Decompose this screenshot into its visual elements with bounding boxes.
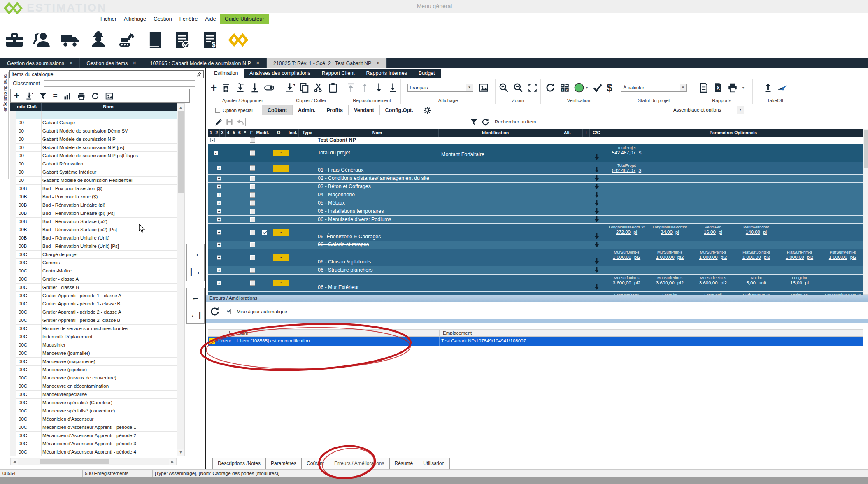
move-down-icon[interactable]	[374, 82, 384, 93]
delete-line-icon[interactable]	[235, 82, 246, 93]
row-selector[interactable]	[10, 127, 16, 135]
catalog-row[interactable]: 00BBud - Prix pour la section ($)	[10, 185, 177, 193]
truck-icon[interactable]	[56, 26, 84, 54]
param-mursurfpeint-s[interactable]: MurSurfPeint-s3 600,00 pi2	[691, 275, 735, 285]
param-totalprojet[interactable]: TotalProjet542 487,07 $	[605, 163, 648, 173]
chart-icon[interactable]	[63, 92, 72, 100]
document-tab[interactable]: 210825 T: Rév. 1 - Scé. 2 : Test Gabarit…	[267, 58, 387, 68]
param-value[interactable]: 1 000,00 pi2	[691, 255, 735, 260]
grid-col-f[interactable]: F	[248, 129, 255, 137]
machinery-icon[interactable]	[112, 26, 140, 54]
param-longmoulureportint[interactable]: LongMoulurePortInt34,00 pi	[648, 225, 691, 235]
f-checkbox[interactable]	[250, 137, 255, 143]
expand-icon[interactable]: +	[217, 268, 221, 272]
cc-arrow-icon[interactable]	[594, 154, 599, 161]
cc-arrow-icon[interactable]	[594, 233, 599, 240]
cc-arrow-icon[interactable]	[594, 242, 599, 248]
catalog-row[interactable]: 00BBud - Rénovation Surface (pi2)	[10, 218, 177, 226]
param-value[interactable]: 140,00 pi	[735, 230, 778, 235]
catalog-row[interactable]: 00Gabarit Modele de soumission N P [ps]	[10, 144, 177, 152]
catalog-row[interactable]: 00Gabarit Modele de soumission N P[ps]Ét…	[10, 152, 177, 160]
move-left-button[interactable]: ←	[191, 291, 200, 303]
row-selector[interactable]	[10, 407, 16, 415]
catalog-row[interactable]: 00Gabarit Rénovation	[10, 160, 177, 168]
menu-item-fenêtre[interactable]: Fenêtre	[176, 14, 202, 23]
option-flag[interactable]: -	[273, 229, 289, 236]
grid-row[interactable]: +04 - Maçonnerie	[208, 191, 863, 199]
close-icon[interactable]: ✕	[256, 60, 260, 66]
option-special-checkbox[interactable]	[215, 108, 220, 113]
f-checkbox[interactable]	[250, 176, 255, 181]
row-selector[interactable]	[10, 177, 16, 185]
check-icon[interactable]	[592, 82, 603, 93]
status-indicator[interactable]: ▼	[574, 82, 589, 93]
row-selector[interactable]	[10, 341, 16, 349]
brand-diamond-gold-icon[interactable]	[224, 26, 252, 54]
row-selector[interactable]	[10, 415, 16, 424]
catalog-row[interactable]: 00CMécanicien d'Ascenseur Apprenti - pér…	[10, 424, 177, 432]
document-check-icon[interactable]	[168, 26, 196, 54]
row-selector[interactable]	[10, 366, 16, 374]
grid-row[interactable]: +-06 -Ébénisterie & CadragesLongMoulureP…	[208, 224, 863, 241]
row-selector[interactable]	[10, 144, 16, 152]
expand-icon[interactable]: +	[217, 201, 221, 205]
print-icon[interactable]	[77, 92, 86, 100]
subtab-vendant[interactable]: Vendant	[349, 105, 380, 115]
menu-item-guide-utilisateur[interactable]: Guide Utilisateur	[220, 14, 269, 24]
cc-arrow-icon[interactable]	[594, 200, 599, 206]
save-icon[interactable]	[226, 118, 233, 126]
param-mursurfprim-s[interactable]: MurSurfPrim-s3 600,00 pi2	[648, 275, 691, 285]
pencil-icon[interactable]	[214, 118, 223, 126]
move-right-button[interactable]: →	[191, 247, 200, 260]
cc-arrow-icon[interactable]	[594, 258, 599, 265]
tab-rapports-internes[interactable]: Rapports Internes	[361, 69, 413, 78]
option-flag[interactable]: -	[273, 280, 289, 286]
catalog-row[interactable]: 00CGrutier Apprenti - période 2 - classe…	[10, 308, 177, 316]
row-selector[interactable]	[10, 168, 16, 177]
classement-input[interactable]	[44, 80, 195, 87]
row-selector[interactable]	[10, 391, 16, 399]
collapse-icon[interactable]: -	[214, 151, 218, 155]
row-selector[interactable]	[10, 242, 16, 251]
assemblage-combobox[interactable]: Assemblage et options ▼	[671, 106, 744, 114]
row-selector[interactable]	[10, 135, 16, 144]
filter-icon[interactable]	[470, 118, 478, 126]
param-value[interactable]: 15,00 pi	[778, 280, 821, 285]
insert-above-icon[interactable]	[221, 82, 231, 93]
chevron-down-icon[interactable]: ▼	[737, 106, 744, 114]
tab-budget[interactable]: Budget	[413, 69, 441, 78]
catalog-row[interactable]: 00CManoeuvre spécialisé (Carreleur)	[10, 399, 177, 407]
grid-col-modif-[interactable]: Modif.	[255, 129, 270, 137]
bottom-tab-r-sum-[interactable]: Résumé	[390, 458, 419, 469]
collapse-icon[interactable]: -	[210, 138, 215, 142]
row-selector[interactable]	[10, 275, 16, 284]
row-selector[interactable]	[10, 201, 16, 209]
close-icon[interactable]: ✕	[133, 60, 136, 66]
catalog-row[interactable]: 00BBud - Rénovation Linéaire (pi) [Ps]	[10, 209, 177, 218]
contacts-icon[interactable]	[28, 26, 56, 54]
catalog-row[interactable]: 00BBud - Rénovation Unitaire (Unit)	[10, 234, 177, 242]
move-top-icon[interactable]	[346, 82, 356, 93]
f-checkbox[interactable]	[250, 255, 255, 260]
catalog-row[interactable]: 00CChargé de projet	[10, 251, 177, 259]
param-value[interactable]: 3 600,00 pi2	[605, 280, 648, 285]
document-dollar-icon[interactable]: $	[196, 26, 224, 54]
grid-col-o[interactable]: O	[270, 129, 287, 137]
row-selector[interactable]	[10, 374, 16, 382]
grid-row[interactable]: +06 - Installations temporaires	[208, 207, 863, 216]
catalog-row[interactable]: 00CCommis	[10, 259, 177, 267]
cc-arrow-icon[interactable]	[594, 216, 599, 223]
grid-col-2[interactable]: 2	[214, 129, 220, 137]
catalog-row[interactable]: 00BBud - Rénovation Surface (pi2) [Ps]	[10, 226, 177, 234]
row-selector[interactable]	[10, 251, 16, 259]
grid-col-1[interactable]: 1	[208, 129, 214, 137]
move-bottom-icon[interactable]	[388, 82, 398, 93]
catalog-row[interactable]: 00CGrutier Apprenti - période 1 - classe…	[10, 292, 177, 300]
menu-item-affichage[interactable]: Affichage	[120, 14, 150, 23]
option-flag[interactable]: -	[273, 165, 289, 172]
bottom-tab-descriptions-notes[interactable]: Descriptions /Notes	[212, 458, 266, 469]
zoom-in-icon[interactable]	[498, 82, 509, 93]
param-longlint[interactable]: LongLint15,00 pi	[778, 275, 821, 285]
expand-icon[interactable]: +	[217, 242, 221, 247]
scroll-right-icon[interactable]: ▶	[169, 459, 176, 465]
